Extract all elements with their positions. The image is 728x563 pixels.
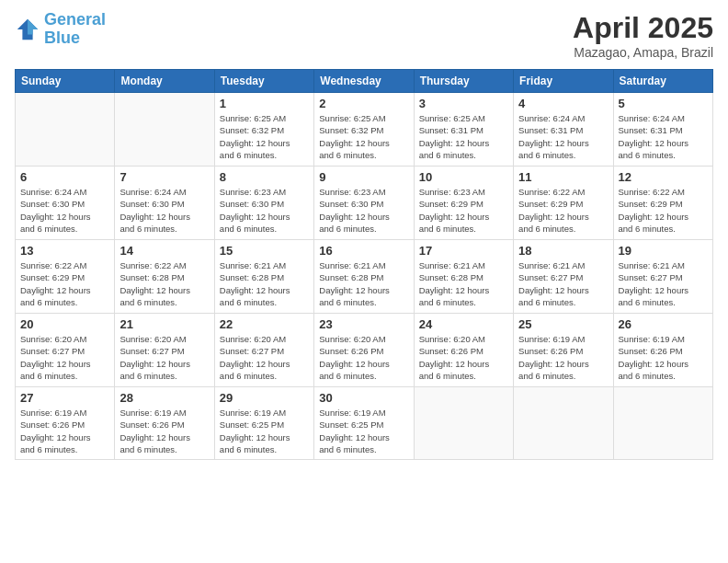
day-number: 21	[119, 317, 209, 331]
day-info: Sunrise: 6:19 AM Sunset: 6:26 PM Dayligh…	[518, 333, 608, 382]
day-info: Sunrise: 6:21 AM Sunset: 6:27 PM Dayligh…	[518, 259, 608, 308]
calendar-day-cell	[16, 93, 115, 167]
day-info: Sunrise: 6:20 AM Sunset: 6:26 PM Dayligh…	[319, 333, 408, 382]
day-number: 3	[419, 97, 508, 110]
calendar-day-cell: 24Sunrise: 6:20 AM Sunset: 6:26 PM Dayli…	[414, 314, 513, 387]
logo: General Blue	[15, 11, 106, 48]
calendar-header-row: SundayMondayTuesdayWednesdayThursdayFrid…	[16, 70, 713, 93]
day-info: Sunrise: 6:24 AM Sunset: 6:30 PM Dayligh…	[119, 186, 209, 235]
day-info: Sunrise: 6:20 AM Sunset: 6:26 PM Dayligh…	[419, 333, 508, 382]
day-number: 4	[518, 97, 608, 110]
day-info: Sunrise: 6:22 AM Sunset: 6:29 PM Dayligh…	[619, 186, 708, 235]
day-info: Sunrise: 6:19 AM Sunset: 6:26 PM Dayligh…	[20, 407, 109, 455]
calendar-day-cell: 16Sunrise: 6:21 AM Sunset: 6:28 PM Dayli…	[314, 240, 414, 314]
day-info: Sunrise: 6:24 AM Sunset: 6:31 PM Dayligh…	[518, 112, 608, 161]
calendar-day-cell: 10Sunrise: 6:23 AM Sunset: 6:29 PM Dayli…	[414, 167, 513, 240]
calendar-day-cell	[514, 387, 613, 460]
day-number: 25	[518, 317, 608, 331]
day-number: 20	[20, 317, 109, 331]
calendar-day-cell: 29Sunrise: 6:19 AM Sunset: 6:25 PM Dayli…	[214, 387, 313, 460]
day-number: 27	[20, 391, 109, 405]
day-number: 28	[119, 391, 209, 405]
day-info: Sunrise: 6:22 AM Sunset: 6:28 PM Dayligh…	[119, 259, 209, 308]
day-number: 9	[319, 170, 408, 184]
calendar-day-cell: 1Sunrise: 6:25 AM Sunset: 6:32 PM Daylig…	[214, 93, 313, 167]
calendar-table: SundayMondayTuesdayWednesdayThursdayFrid…	[15, 69, 713, 460]
calendar-day-cell: 20Sunrise: 6:20 AM Sunset: 6:27 PM Dayli…	[16, 314, 115, 387]
calendar-day-cell: 15Sunrise: 6:21 AM Sunset: 6:28 PM Dayli…	[214, 240, 313, 314]
day-info: Sunrise: 6:24 AM Sunset: 6:31 PM Dayligh…	[619, 112, 708, 161]
calendar-header-friday: Friday	[514, 70, 613, 93]
day-info: Sunrise: 6:22 AM Sunset: 6:29 PM Dayligh…	[20, 259, 109, 308]
day-info: Sunrise: 6:22 AM Sunset: 6:29 PM Dayligh…	[518, 186, 608, 235]
day-info: Sunrise: 6:20 AM Sunset: 6:27 PM Dayligh…	[20, 333, 109, 382]
day-info: Sunrise: 6:25 AM Sunset: 6:32 PM Dayligh…	[220, 112, 309, 161]
calendar-day-cell: 13Sunrise: 6:22 AM Sunset: 6:29 PM Dayli…	[16, 240, 115, 314]
month-title: April 2025	[573, 11, 713, 45]
day-number: 2	[319, 97, 408, 110]
day-info: Sunrise: 6:19 AM Sunset: 6:26 PM Dayligh…	[619, 333, 708, 382]
calendar-week-row: 13Sunrise: 6:22 AM Sunset: 6:29 PM Dayli…	[16, 240, 713, 314]
calendar-day-cell: 3Sunrise: 6:25 AM Sunset: 6:31 PM Daylig…	[414, 93, 513, 167]
day-number: 18	[518, 244, 608, 258]
day-info: Sunrise: 6:23 AM Sunset: 6:29 PM Dayligh…	[419, 186, 508, 235]
day-number: 1	[220, 97, 309, 110]
calendar-day-cell: 8Sunrise: 6:23 AM Sunset: 6:30 PM Daylig…	[214, 167, 313, 240]
page: General Blue April 2025 Mazagao, Amapa, …	[0, 0, 728, 563]
day-info: Sunrise: 6:19 AM Sunset: 6:25 PM Dayligh…	[220, 407, 309, 455]
calendar-day-cell: 19Sunrise: 6:21 AM Sunset: 6:27 PM Dayli…	[613, 240, 712, 314]
day-info: Sunrise: 6:25 AM Sunset: 6:31 PM Dayligh…	[419, 112, 508, 161]
calendar-day-cell: 22Sunrise: 6:20 AM Sunset: 6:27 PM Dayli…	[214, 314, 313, 387]
day-number: 8	[220, 170, 309, 184]
calendar-day-cell: 14Sunrise: 6:22 AM Sunset: 6:28 PM Dayli…	[115, 240, 214, 314]
day-number: 23	[319, 317, 408, 331]
calendar-day-cell: 26Sunrise: 6:19 AM Sunset: 6:26 PM Dayli…	[613, 314, 712, 387]
day-number: 26	[619, 317, 708, 331]
calendar-day-cell: 6Sunrise: 6:24 AM Sunset: 6:30 PM Daylig…	[16, 167, 115, 240]
calendar-day-cell: 5Sunrise: 6:24 AM Sunset: 6:31 PM Daylig…	[613, 93, 712, 167]
calendar-day-cell	[414, 387, 513, 460]
calendar-week-row: 27Sunrise: 6:19 AM Sunset: 6:26 PM Dayli…	[16, 387, 713, 460]
calendar-header-sunday: Sunday	[16, 70, 115, 93]
calendar-day-cell	[613, 387, 712, 460]
calendar-day-cell: 12Sunrise: 6:22 AM Sunset: 6:29 PM Dayli…	[613, 167, 712, 240]
day-number: 30	[319, 391, 408, 405]
day-number: 16	[319, 244, 408, 258]
title-block: April 2025 Mazagao, Amapa, Brazil	[573, 11, 713, 60]
day-number: 5	[619, 97, 708, 110]
day-info: Sunrise: 6:21 AM Sunset: 6:28 PM Dayligh…	[419, 259, 508, 308]
day-number: 12	[619, 170, 708, 184]
calendar-header-saturday: Saturday	[613, 70, 712, 93]
calendar-week-row: 1Sunrise: 6:25 AM Sunset: 6:32 PM Daylig…	[16, 93, 713, 167]
day-info: Sunrise: 6:20 AM Sunset: 6:27 PM Dayligh…	[119, 333, 209, 382]
day-number: 19	[619, 244, 708, 258]
calendar-week-row: 6Sunrise: 6:24 AM Sunset: 6:30 PM Daylig…	[16, 167, 713, 240]
day-number: 29	[220, 391, 309, 405]
day-info: Sunrise: 6:19 AM Sunset: 6:25 PM Dayligh…	[319, 407, 408, 455]
calendar-day-cell: 17Sunrise: 6:21 AM Sunset: 6:28 PM Dayli…	[414, 240, 513, 314]
calendar-day-cell: 4Sunrise: 6:24 AM Sunset: 6:31 PM Daylig…	[514, 93, 613, 167]
calendar-day-cell: 21Sunrise: 6:20 AM Sunset: 6:27 PM Dayli…	[115, 314, 214, 387]
calendar-week-row: 20Sunrise: 6:20 AM Sunset: 6:27 PM Dayli…	[16, 314, 713, 387]
calendar-day-cell: 25Sunrise: 6:19 AM Sunset: 6:26 PM Dayli…	[514, 314, 613, 387]
day-info: Sunrise: 6:21 AM Sunset: 6:28 PM Dayligh…	[220, 259, 309, 308]
header: General Blue April 2025 Mazagao, Amapa, …	[15, 11, 713, 60]
location: Mazagao, Amapa, Brazil	[573, 45, 713, 60]
day-number: 24	[419, 317, 508, 331]
calendar-day-cell: 7Sunrise: 6:24 AM Sunset: 6:30 PM Daylig…	[115, 167, 214, 240]
day-number: 22	[220, 317, 309, 331]
day-info: Sunrise: 6:23 AM Sunset: 6:30 PM Dayligh…	[319, 186, 408, 235]
calendar-header-monday: Monday	[115, 70, 214, 93]
calendar-day-cell: 30Sunrise: 6:19 AM Sunset: 6:25 PM Dayli…	[314, 387, 414, 460]
day-info: Sunrise: 6:21 AM Sunset: 6:28 PM Dayligh…	[319, 259, 408, 308]
svg-marker-1	[28, 19, 38, 35]
day-info: Sunrise: 6:23 AM Sunset: 6:30 PM Dayligh…	[220, 186, 309, 235]
day-number: 7	[119, 170, 209, 184]
day-info: Sunrise: 6:24 AM Sunset: 6:30 PM Dayligh…	[20, 186, 109, 235]
day-number: 6	[20, 170, 109, 184]
day-number: 13	[20, 244, 109, 258]
day-number: 14	[119, 244, 209, 258]
calendar-day-cell: 11Sunrise: 6:22 AM Sunset: 6:29 PM Dayli…	[514, 167, 613, 240]
day-number: 15	[220, 244, 309, 258]
logo-icon	[15, 17, 40, 42]
